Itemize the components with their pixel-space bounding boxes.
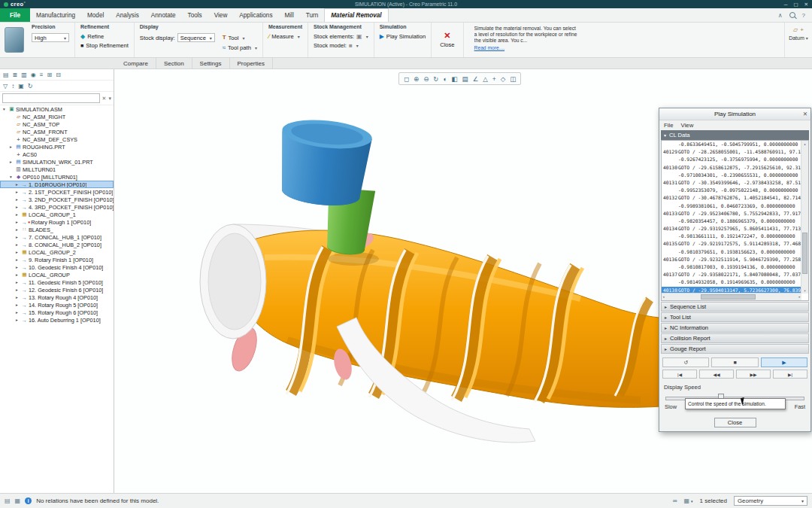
tree-expander[interactable]: ▸ (16, 303, 21, 307)
tree-item[interactable]: ▸ SIMULATION_WRK_01.PRT (0, 158, 114, 166)
tree-item[interactable]: ▸ 15. Rotary Rough 6 [OP010] (0, 309, 114, 316)
tree-expander[interactable]: ▸ (16, 182, 21, 187)
expand-all-icon[interactable]: ⊞ (47, 71, 52, 78)
menu-tab[interactable]: Mill (278, 8, 299, 22)
dialog-section-header[interactable]: Gouge Report (661, 344, 809, 354)
shading-style-icon[interactable]: ◐ (443, 75, 447, 83)
tree-expander[interactable]: ▸ (16, 318, 21, 322)
datum-axis-icon[interactable]: + (800, 26, 804, 33)
play-button[interactable]: ▶ (761, 357, 807, 367)
dialog-section-header[interactable]: Collision Report (661, 333, 809, 343)
stop-button[interactable]: ■ (711, 357, 758, 367)
layer-tree-icon[interactable]: ≣ (13, 71, 18, 78)
tree-item[interactable]: ▾ SIMULATION.ASM (0, 105, 114, 113)
step-first-button[interactable]: |◀ (662, 370, 697, 379)
menu-tab[interactable]: File (0, 8, 30, 22)
tree-item[interactable]: ▸ 3. 2ND_POCKET_FINISH [OP010] (0, 196, 114, 203)
menu-tab[interactable]: View (208, 8, 234, 22)
vertical-scrollbar[interactable]: ▴ ▾ (801, 141, 808, 294)
tree-expander[interactable]: ▸ (16, 250, 21, 254)
search-options-icon[interactable]: ▾ (108, 96, 111, 102)
tree-item[interactable]: ▸ 10. Geodesic Finish 4 [OP010] (0, 263, 114, 271)
selection-filter-icon[interactable]: ▦ (683, 497, 692, 504)
cl-data-row[interactable]: -0.9810817003, 0.1939194136, 0.000000000… (662, 263, 801, 271)
menu-tab[interactable]: Tools (182, 8, 208, 22)
tree-item[interactable]: ▸ 2. 1ST_POCKET_FINISH [OP010] (0, 188, 114, 196)
scroll-right-icon[interactable]: ▸ (798, 294, 801, 299)
measure-button[interactable]: Measure (268, 33, 302, 40)
play-simulation-button[interactable]: Play Simulation (380, 33, 426, 40)
menu-tab[interactable]: Material Removal (324, 8, 388, 22)
replay-button[interactable]: ↺ (662, 357, 709, 367)
tree-item[interactable]: ▸ 4. 3RD_POCKET_FINISH [OP010] (0, 203, 114, 211)
display-style-icon[interactable]: ◧ (452, 75, 458, 83)
cl-data-row[interactable]: 40136 GOTO / -29.9232511914, 5.904672939… (662, 256, 801, 263)
maximize-button[interactable]: ▢ (793, 0, 798, 8)
dialog-close-button[interactable]: Close (714, 418, 756, 427)
scroll-up-icon[interactable]: ▴ (801, 141, 808, 147)
tree-expander[interactable]: ▸ (16, 235, 21, 239)
tree-item[interactable]: NC_ASM_FRONT (0, 128, 114, 135)
tree-item[interactable]: ▸ ● Rotary Rough 1 [OP010] (0, 218, 114, 226)
cl-data-row[interactable]: -0.9820354457, 0.1886965379, 0.000000000… (662, 217, 801, 225)
tree-expander[interactable]: ▾ (10, 175, 15, 179)
collapse-all-icon[interactable]: ⊟ (56, 71, 61, 78)
tree-settings-icon[interactable]: ≡ (40, 71, 44, 78)
tree-item[interactable]: ▸ ROUGHING.PRT (0, 143, 114, 151)
collapse-ribbon-icon[interactable]: ∧ (778, 12, 783, 19)
tree-item[interactable]: NC_ASM_RIGHT (0, 113, 114, 120)
menu-tab[interactable]: Applications (233, 8, 278, 22)
tree-expander[interactable]: ▾ (3, 107, 8, 111)
clear-search-icon[interactable]: ✕ (102, 96, 107, 102)
tree-item[interactable]: ▸ 9. Rotary Finish 1 [OP010] (0, 256, 114, 263)
tree-expander[interactable]: ▸ (16, 220, 21, 224)
stock-model-button[interactable]: Stock model: (314, 42, 368, 49)
stock-elements-button[interactable]: Stock elements: (314, 33, 368, 40)
tree-item[interactable]: ▸ 14. Rotary Rough 5 [OP010] (0, 301, 114, 309)
cl-data-row[interactable]: -0.9267423125, -0.3756975994, 0.00000000… (662, 156, 801, 163)
tree-expander[interactable]: ▸ (16, 310, 21, 315)
cl-data-row[interactable]: -0.9952353079, -0.0975022148, 0.00000000… (662, 187, 801, 194)
tree-expander[interactable]: ▸ (16, 295, 21, 300)
tree-item[interactable]: ▸ LOCAL_GROUP (0, 271, 114, 278)
tree-item[interactable]: ▸ BLADES_ (0, 226, 114, 233)
tree-expander[interactable]: ▸ (10, 144, 15, 149)
tool-holder[interactable] (275, 116, 374, 209)
selection-filter-combo[interactable]: Geometry (734, 496, 807, 506)
cl-data-row[interactable]: -0.9813661111, 0.1921472247, 0.000000000… (662, 233, 801, 240)
refresh-tree-icon[interactable]: ↻ (28, 83, 33, 90)
perspective-icon[interactable]: ◇ (501, 75, 506, 83)
menu-tab[interactable]: Model (81, 8, 110, 22)
step-forward-button[interactable]: ▶▶ (736, 370, 771, 379)
horizontal-scrollbar[interactable]: ◂ ▸ (662, 293, 801, 300)
tree-item[interactable]: ▸ 1. D16ROUGH [OP010] (0, 181, 114, 188)
tree-item[interactable]: ▸ 12. Geodesic Finish 6 [OP010] (0, 286, 114, 294)
tree-expander[interactable]: ▸ (16, 242, 21, 247)
cl-data-row[interactable]: 40134 GOTO / -29.9319257965, 5.860541143… (662, 225, 801, 233)
tree-expander[interactable]: ▸ (16, 212, 21, 217)
panel-tab[interactable]: Settings (192, 58, 230, 68)
tree-expander[interactable]: ▸ (16, 227, 21, 232)
datum-dropdown[interactable]: Datum (789, 35, 808, 41)
tree-expander[interactable]: ▸ (16, 205, 21, 209)
stock-end-cap-left[interactable] (200, 224, 266, 339)
tree-item[interactable]: ACS0 (0, 151, 114, 158)
cl-data-row[interactable]: 40133 GOTO / -29.9523406780, 5.755294283… (662, 210, 801, 217)
saved-orientations-icon[interactable]: ▤ (462, 75, 468, 83)
sort-icon[interactable]: ↕ (11, 83, 14, 90)
cl-data-row[interactable]: 40129 GOTO / -28.2658055001, -11.4588760… (662, 148, 801, 156)
annotation-display-icon[interactable]: △ (483, 75, 488, 83)
cl-data-row[interactable]: -0.8633649451, -0.5045799951, 0.00000000… (662, 141, 801, 148)
stop-refinement-button[interactable]: Stop Refinement (80, 42, 129, 49)
tree-expander[interactable]: ▸ (16, 257, 21, 262)
cl-data-row[interactable]: 40131 GOTO / -30.3549399646, -2.97384332… (662, 179, 801, 187)
view-manager-icon[interactable]: ◫ (510, 75, 516, 83)
tree-item[interactable]: ▸ 16. Auto Deburring 1 [OP010] (0, 316, 114, 324)
material-removal-icon[interactable] (5, 27, 24, 53)
close-window-button[interactable]: ✕ (804, 0, 808, 8)
dialog-menu[interactable]: File (664, 122, 674, 129)
datum-plane-icon[interactable]: ▱ (793, 26, 798, 33)
repaint-icon[interactable]: ↻ (433, 75, 438, 83)
read-more-link[interactable]: Read more.... (474, 45, 580, 51)
tree-expander[interactable]: ▸ (16, 265, 21, 269)
